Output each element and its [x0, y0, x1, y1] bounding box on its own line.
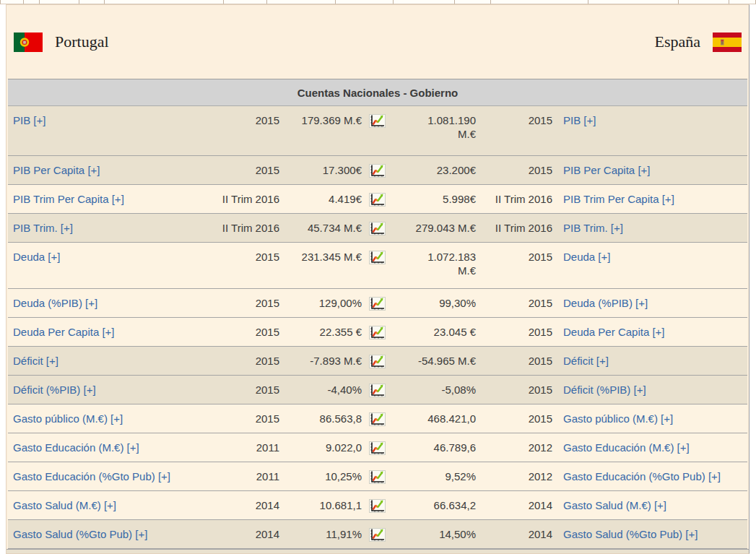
value-portugal: 10.681,1 — [279, 498, 362, 519]
year-portugal: 2015 — [204, 296, 279, 317]
value-espana: -5,08% — [392, 383, 476, 404]
year-portugal: 2014 — [204, 527, 279, 548]
value-espana: 5.998€ — [392, 192, 476, 213]
value-espana: -54.965 M.€ — [392, 354, 476, 375]
chart-icon[interactable] — [369, 412, 386, 426]
table-row: PIB Trim. [+] II Trim 2016 45.734 M.€ 27… — [8, 214, 747, 243]
section-title-band: Cuentas Nacionales - Gobierno — [8, 79, 747, 106]
chart-icon[interactable] — [369, 222, 386, 235]
table-row: PIB Trim Per Capita [+] II Trim 2016 4.4… — [8, 185, 747, 214]
section-title: Cuentas Nacionales - Gobierno — [297, 87, 459, 99]
indicator-link-espana[interactable]: Deuda (%PIB) [+] — [563, 297, 648, 309]
indicator-link-portugal[interactable]: PIB Per Capita [+] — [13, 164, 100, 176]
portugal-flag-icon — [14, 33, 43, 52]
indicator-link-espana[interactable]: Deuda Per Capita [+] — [563, 326, 665, 338]
value-espana: 14,50% — [392, 527, 476, 548]
comparison-panel: Portugal España Cuentas Nacionales - Gob… — [6, 4, 750, 554]
year-espana: 2012 — [476, 441, 552, 462]
year-espana: 2015 — [476, 412, 552, 433]
indicator-link-portugal[interactable]: Déficit (%PIB) [+] — [13, 384, 96, 396]
value-portugal: 11,91% — [279, 527, 362, 548]
value-portugal: 9.022,0 — [279, 441, 362, 462]
year-portugal: 2015 — [204, 383, 279, 404]
indicator-link-espana[interactable]: Gasto público (M.€) [+] — [563, 412, 673, 425]
value-espana: 23.200€ — [392, 163, 476, 184]
chart-icon[interactable] — [369, 470, 386, 484]
indicator-link-espana[interactable]: Déficit [+] — [563, 355, 609, 367]
year-portugal: 2015 — [204, 250, 279, 288]
indicator-link-espana[interactable]: PIB Trim. [+] — [563, 222, 623, 234]
year-espana: 2015 — [476, 250, 552, 288]
indicator-link-espana[interactable]: PIB Per Capita [+] — [563, 164, 650, 176]
table-row: Deuda (%PIB) [+] 2015 129,00% 99,30% 201… — [8, 289, 747, 318]
value-portugal: 86.563,8 — [279, 412, 362, 433]
indicator-link-portugal[interactable]: PIB Trim Per Capita [+] — [13, 193, 124, 205]
year-espana: II Trim 2016 — [476, 192, 552, 213]
year-espana: 2015 — [476, 296, 552, 317]
year-portugal: II Trim 2016 — [204, 221, 279, 242]
country-header: Portugal España — [6, 5, 749, 79]
value-portugal: 179.369 M.€ — [279, 113, 362, 155]
year-portugal: 2015 — [204, 325, 279, 346]
indicator-link-portugal[interactable]: Déficit [+] — [13, 355, 58, 367]
chart-icon[interactable] — [369, 193, 386, 207]
value-espana: 23.045 € — [392, 325, 476, 346]
chart-icon[interactable] — [369, 251, 386, 264]
chart-icon[interactable] — [369, 297, 386, 311]
indicator-link-portugal[interactable]: Gasto Educación (%Gto Pub) [+] — [13, 470, 170, 482]
chart-icon[interactable] — [369, 528, 386, 542]
table-row: Deuda [+] 2015 231.345 M.€ 1.072.183 M.€… — [8, 243, 747, 289]
indicator-link-espana[interactable]: Déficit (%PIB) [+] — [563, 384, 646, 396]
indicator-link-portugal[interactable]: Deuda [+] — [13, 251, 60, 263]
indicator-link-espana[interactable]: Gasto Educación (%Gto Pub) [+] — [563, 470, 721, 482]
value-portugal: -4,40% — [279, 383, 362, 404]
year-espana: II Trim 2016 — [476, 221, 552, 242]
chart-icon[interactable] — [369, 441, 386, 455]
table-row: Gasto Salud (%Gto Pub) [+] 2014 11,91% 1… — [8, 520, 747, 549]
chart-icon[interactable] — [369, 164, 386, 178]
year-portugal: 2011 — [204, 469, 279, 490]
indicator-link-espana[interactable]: Gasto Salud (M.€) [+] — [563, 499, 666, 511]
indicator-link-portugal[interactable]: Deuda (%PIB) [+] — [13, 297, 97, 309]
chart-icon[interactable] — [369, 499, 386, 513]
table-row: Gasto Educación (%Gto Pub) [+] 2011 10,2… — [8, 462, 747, 491]
indicator-link-espana[interactable]: Gasto Salud (%Gto Pub) [+] — [563, 528, 698, 540]
value-espana: 9,52% — [392, 469, 476, 490]
country-left: Portugal — [14, 33, 109, 52]
value-espana: 468.421,0 — [392, 412, 476, 433]
indicator-link-espana[interactable]: PIB Trim Per Capita [+] — [563, 193, 674, 205]
year-espana: 2014 — [476, 527, 552, 548]
table-row: PIB [+] 2015 179.369 M.€ 1.081.190 M.€ 2… — [8, 106, 747, 156]
indicator-link-portugal[interactable]: Gasto Salud (M.€) [+] — [13, 499, 116, 511]
indicator-link-portugal[interactable]: Deuda Per Capita [+] — [13, 326, 115, 338]
indicator-link-portugal[interactable]: PIB [+] — [13, 114, 45, 126]
indicator-link-espana[interactable]: PIB [+] — [563, 114, 596, 126]
chart-icon[interactable] — [369, 355, 386, 368]
value-portugal: 129,00% — [279, 296, 362, 317]
chart-icon[interactable] — [369, 114, 386, 128]
indicator-link-portugal[interactable]: PIB Trim. [+] — [13, 222, 73, 234]
year-portugal: 2015 — [204, 113, 279, 155]
comparison-table: PIB [+] 2015 179.369 M.€ 1.081.190 M.€ 2… — [8, 106, 747, 549]
table-row: Déficit (%PIB) [+] 2015 -4,40% -5,08% 20… — [8, 376, 747, 404]
year-espana: 2015 — [476, 354, 552, 375]
year-espana: 2015 — [476, 163, 552, 184]
table-row: Gasto Salud (M.€) [+] 2014 10.681,1 66.6… — [8, 491, 747, 520]
indicator-link-portugal[interactable]: Gasto Salud (%Gto Pub) [+] — [13, 528, 147, 540]
indicator-link-portugal[interactable]: Gasto público (M.€) [+] — [13, 412, 123, 425]
year-portugal: 2015 — [204, 354, 279, 375]
table-row: Déficit [+] 2015 -7.893 M.€ -54.965 M.€ … — [8, 347, 747, 376]
year-espana: 2014 — [476, 498, 552, 519]
year-espana: 2015 — [476, 325, 552, 346]
year-portugal: II Trim 2016 — [204, 192, 279, 213]
indicator-link-espana[interactable]: Gasto Educación (M.€) [+] — [563, 441, 690, 454]
chart-icon[interactable] — [369, 326, 386, 339]
value-portugal: 45.734 M.€ — [279, 221, 362, 242]
indicator-link-portugal[interactable]: Gasto Educación (M.€) [+] — [13, 441, 139, 454]
value-portugal: 10,25% — [279, 469, 362, 490]
year-portugal: 2014 — [204, 498, 279, 519]
table-row: PIB Per Capita [+] 2015 17.300€ 23.200€ … — [8, 156, 747, 185]
chart-icon[interactable] — [369, 384, 386, 397]
country-right: España — [654, 33, 742, 52]
indicator-link-espana[interactable]: Deuda [+] — [563, 251, 610, 263]
